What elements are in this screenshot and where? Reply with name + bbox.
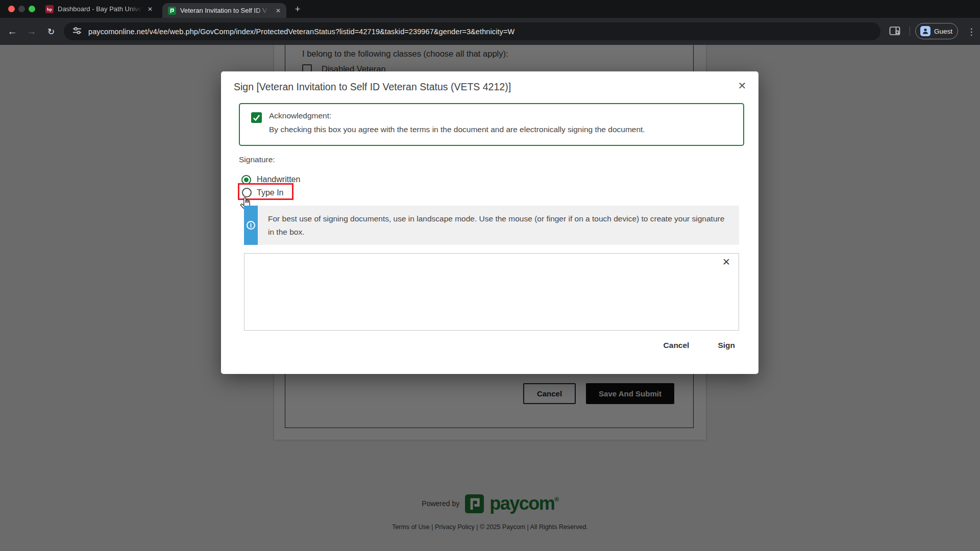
close-tab-icon[interactable] (274, 6, 283, 15)
back-icon[interactable] (5, 24, 19, 39)
search-tabs-panel-icon[interactable] (889, 26, 900, 38)
macos-close-button[interactable] (8, 6, 15, 12)
address-bar[interactable]: paycomonline.net/v4/ee/web.php/GovComp/i… (64, 22, 880, 40)
toolbar-divider (910, 27, 910, 36)
url-text[interactable]: paycomonline.net/v4/ee/web.php/GovComp/i… (88, 28, 514, 36)
info-icon (247, 221, 255, 230)
bay-path-favicon-icon: bp (45, 5, 54, 13)
signature-label: Signature: (239, 155, 275, 164)
clear-signature-icon[interactable] (720, 256, 732, 268)
dialog-close-icon[interactable] (735, 79, 749, 93)
new-tab-button[interactable] (292, 4, 303, 15)
signature-canvas[interactable] (244, 253, 739, 331)
dialog-sign-button[interactable]: Sign (717, 339, 736, 352)
macos-zoom-button[interactable] (29, 6, 35, 12)
macos-minimize-button[interactable] (18, 6, 25, 12)
acknowledgment-title: Acknowledgment: (269, 111, 331, 120)
profile-label: Guest (934, 28, 952, 35)
reload-icon[interactable] (44, 24, 58, 39)
info-text: For best use of signing documents, use i… (258, 206, 739, 245)
guest-avatar-icon (920, 26, 930, 36)
profile-button[interactable]: Guest (915, 23, 958, 39)
acknowledgment-body: By checking this box you agree with the … (269, 125, 645, 134)
info-banner: For best use of signing documents, use i… (244, 206, 739, 245)
info-stripe (244, 206, 258, 245)
forward-icon[interactable] (24, 24, 39, 39)
tab-strip: bp Dashboard - Bay Path Univers Veteran … (0, 0, 980, 18)
tab-veteran-invitation[interactable]: Veteran Invitation to Self ID V (162, 3, 286, 18)
chrome-menu-icon[interactable] (966, 24, 976, 39)
tab-title: Dashboard - Bay Path Univers (58, 5, 143, 13)
acknowledgment-checkbox[interactable] (251, 112, 262, 123)
sign-dialog: Sign [Veteran Invitation to Self ID Vete… (221, 71, 758, 374)
paycom-favicon-icon (168, 7, 176, 15)
dialog-title: Sign [Veteran Invitation to Self ID Vete… (234, 81, 511, 93)
browser-window: bp Dashboard - Bay Path Univers Veteran … (0, 0, 980, 551)
browser-toolbar: paycomonline.net/v4/ee/web.php/GovComp/i… (0, 18, 980, 45)
dialog-actions: Cancel Sign (663, 339, 736, 352)
page-viewport: status as a protected veteran by checkin… (0, 45, 980, 551)
tab-title: Veteran Invitation to Self ID V (180, 7, 272, 14)
site-settings-icon[interactable] (72, 26, 82, 38)
acknowledgment-box: Acknowledgment: By checking this box you… (239, 103, 744, 146)
close-tab-icon[interactable] (145, 5, 155, 14)
dialog-cancel-button[interactable]: Cancel (663, 339, 691, 352)
tab-dashboard[interactable]: bp Dashboard - Bay Path Univers (40, 0, 158, 18)
